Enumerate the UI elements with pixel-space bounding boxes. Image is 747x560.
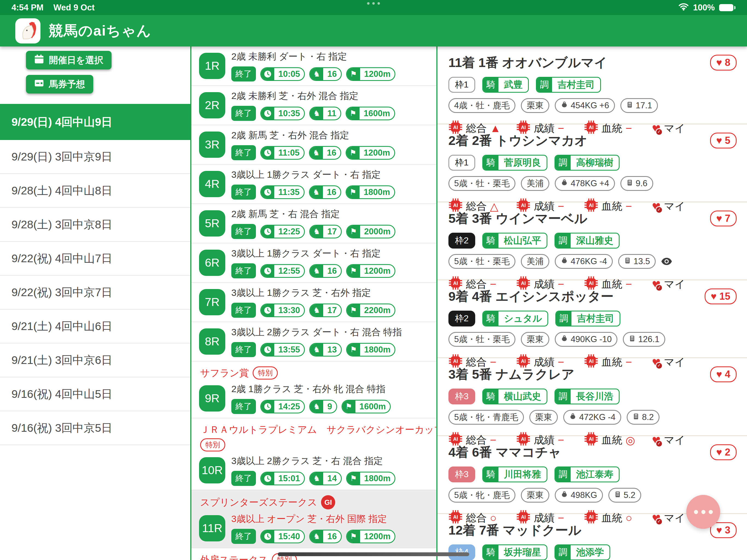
fab-more-button[interactable] [686, 495, 720, 529]
likes-badge[interactable]: ♥ 4 [710, 366, 737, 382]
special-badge: 特別 [253, 366, 278, 380]
sidebar-date-item[interactable]: 9/16(祝) 3回中京5日 [0, 411, 190, 445]
trainer-badge[interactable]: 調 池添学 [555, 544, 610, 560]
race-row[interactable]: スプリンターズステークス GI 11R 3歳以上 オープン 芝・右外 国際 指定… [191, 490, 436, 548]
ticket-icon [34, 78, 44, 90]
race-conditions: 2歳 新馬 芝・右外 混合 指定 [231, 129, 395, 142]
trainer-badge[interactable]: 調 長谷川浩 [555, 388, 620, 404]
race-row[interactable]: 8R 3歳以上 2勝クラス ダート・右 混合 特指 終了 13:55 [191, 322, 436, 361]
likes-count: 7 [725, 213, 730, 224]
race-row[interactable]: 4R 3歳以上 1勝クラス ダート・右 指定 終了 11:35 [191, 164, 436, 204]
sidebar-date-item[interactable]: 9/21(土) 4回中山6日 [0, 309, 190, 343]
trainer-badge[interactable]: 調 池江泰寿 [555, 466, 620, 482]
jockey-name: 菅原明良 [498, 156, 547, 170]
jockey-name: 武豊 [498, 78, 528, 92]
horse-card[interactable]: ♥ 8 11着 1番 オオバンブルマイ 枠1 騎 武豊 調 吉村圭司 4歳・牡・… [437, 47, 747, 124]
race-info: 3歳以上 1勝クラス ダート・右 指定 終了 11:35 ♞ [231, 169, 395, 200]
race-distance-pill: ⚑ 1800m [345, 185, 395, 199]
trainer-name: 長谷川浩 [571, 389, 619, 404]
jockey-badge[interactable]: 騎 坂井瑠星 [482, 544, 547, 560]
race-row[interactable]: 3R 2歳 新馬 芝・右外 混合 指定 終了 11:05 [191, 125, 436, 164]
jockey-badge[interactable]: 騎 シュタル [482, 311, 548, 327]
flag-icon: ⚑ [347, 304, 360, 316]
sidebar-date-item[interactable]: 9/22(祝) 4回中山7日 [0, 242, 190, 276]
sidebar-date-item[interactable]: 9/28(土) 4回中山8日 [0, 174, 190, 208]
horse-title: 3着 5番 ナムラクレア [448, 366, 747, 383]
jockey-badge[interactable]: 騎 菅原明良 [482, 155, 547, 171]
likes-badge[interactable]: ♥ 8 [710, 55, 737, 71]
trainer-badge[interactable]: 調 吉村圭司 [536, 77, 601, 93]
trainer-badge[interactable]: 調 吉村圭司 [555, 311, 620, 327]
odds-value: 17.1 [636, 101, 652, 110]
jockey-badge[interactable]: 騎 松山弘平 [482, 233, 547, 249]
eye-icon[interactable] [661, 258, 672, 265]
race-badges: 終了 15:40 ♞ 16 [231, 529, 395, 544]
race-row[interactable]: 5R 2歳 新馬 芝・右 混合 指定 終了 12:25 [191, 204, 436, 244]
clock-icon [261, 401, 274, 413]
race-time-pill: 10:05 [260, 67, 305, 81]
jockey-name: シュタル [498, 311, 547, 326]
trainer-badge[interactable]: 調 深山雅史 [555, 233, 620, 249]
flag-icon: ⚑ [347, 265, 360, 277]
flag-icon: ⚑ [342, 401, 356, 413]
race-row[interactable]: 2R 2歳 未勝利 芝・右外 混合 指定 終了 10:35 [191, 86, 436, 125]
likes-count: 4 [725, 368, 730, 380]
odds-value: 9.6 [636, 179, 647, 188]
app-logo[interactable] [15, 18, 41, 44]
race-conditions: 2歳 未勝利 ダート・右 指定 [231, 50, 395, 63]
date-label: 9/16(祝) 3回中京5日 [11, 421, 112, 436]
sidebar-date-item[interactable]: 9/29(日) 3回中京9日 [0, 140, 190, 174]
trainer-badge[interactable]: 調 高柳瑞樹 [555, 155, 620, 171]
date-label: 9/28(土) 4回中山8日 [11, 183, 112, 198]
sidebar-date-item[interactable]: 9/21(土) 3回中京6日 [0, 343, 190, 377]
jockey-badge[interactable]: 騎 武豊 [482, 77, 529, 93]
likes-badge[interactable]: ♥ 7 [710, 210, 737, 226]
trainer-label: 調 [555, 156, 571, 170]
race-distance-pill: ⚑ 1600m [345, 107, 395, 120]
sidebar-date-item[interactable]: 9/29(日) 4回中山9日 [0, 104, 190, 140]
ticket-predict-button[interactable]: 馬券予想 [26, 75, 93, 94]
flag-icon: ⚑ [346, 147, 360, 159]
sidebar-date-item[interactable]: 9/28(土) 3回中京8日 [0, 208, 190, 242]
likes-badge[interactable]: ♥ 5 [710, 133, 737, 149]
heart-icon: ♥ [716, 213, 722, 223]
likes-badge[interactable]: ♥ 2 [710, 444, 737, 460]
race-horses-pill: ♞ 17 [309, 225, 341, 238]
race-row[interactable]: 6R 3歳以上 1勝クラス ダート・右 指定 終了 12:55 [191, 244, 436, 283]
select-date-label: 開催日を選択 [49, 54, 103, 67]
race-title: スプリンターズステークス [200, 496, 317, 509]
jockey-badge[interactable]: 騎 横山武史 [482, 388, 547, 404]
likes-badge[interactable]: ♥ 15 [705, 288, 737, 304]
flag-icon: ⚑ [346, 107, 360, 120]
race-title: ＪＲＡウルトラプレミアム サクラバクシンオーカップ [200, 423, 437, 436]
race-time-pill: 11:35 [260, 185, 305, 199]
race-main: 3R 2歳 新馬 芝・右外 混合 指定 終了 11:05 [199, 129, 431, 160]
calculator-icon [633, 412, 640, 422]
horse-badges-row: 枠2 騎 シュタル 調 吉村圭司 [448, 311, 747, 327]
home-indicator[interactable] [278, 552, 469, 556]
date-label: 9/16(祝) 4回中山5日 [11, 387, 112, 402]
clock-time: 4:54 PM [11, 3, 44, 12]
select-date-button[interactable]: 開催日を選択 [26, 51, 111, 70]
horse-info-row: 5歳・牡・栗毛 栗東 490KG -10 [448, 332, 747, 347]
horse-card[interactable]: ♥ 7 5着 3番 ウインマーベル 枠2 騎 松山弘平 調 深山雅史 5歳・牡・… [437, 202, 747, 280]
horse-card[interactable]: ♥ 5 2着 2番 トウシンマカオ 枠1 騎 菅原明良 調 高柳瑞樹 5歳・牡・… [437, 124, 747, 202]
race-info: 3歳以上 1勝クラス ダート・右 指定 終了 12:55 ♞ [231, 247, 395, 278]
sidebar-date-item[interactable]: 9/16(祝) 4回中山5日 [0, 377, 190, 411]
race-title: サフラン賞 [200, 367, 249, 380]
race-row[interactable]: 1R 2歳 未勝利 ダート・右 指定 終了 10:05 [191, 47, 436, 86]
race-row[interactable]: サフラン賞 特別 9R 2歳 1勝クラス 芝・右外 牝 混合 特指 終了 [191, 361, 436, 418]
race-conditions: 3歳以上 オープン 芝・右外 国際 指定 [231, 513, 395, 525]
horse-card[interactable]: ♥ 4 3着 5番 ナムラクレア 枠3 騎 横山武史 調 長谷川浩 5歳・牝・青… [437, 358, 747, 436]
sidebar-date-item[interactable]: 9/22(祝) 3回中京7日 [0, 276, 190, 309]
race-row[interactable]: ＪＲＡウルトラプレミアム サクラバクシンオーカップ 特別 10R 3歳以上 2勝… [191, 418, 436, 490]
clock-icon [261, 304, 274, 316]
horse-card[interactable]: ♥ 15 9着 4番 エイシンスポッター 枠2 騎 シュタル 調 吉村圭司 5歳… [437, 280, 747, 358]
race-distance-pill: ⚑ 1800m [346, 472, 396, 485]
horse-icon: ♞ [310, 147, 323, 159]
race-horses-pill: ♞ 11 [309, 107, 341, 120]
jockey-badge[interactable]: 騎 川田将雅 [482, 466, 547, 482]
race-row[interactable]: 7R 3歳以上 1勝クラス 芝・右外 指定 終了 13:30 [191, 283, 436, 322]
date-label: 9/29(日) 3回中京9日 [11, 149, 112, 164]
weight-icon [561, 256, 568, 266]
